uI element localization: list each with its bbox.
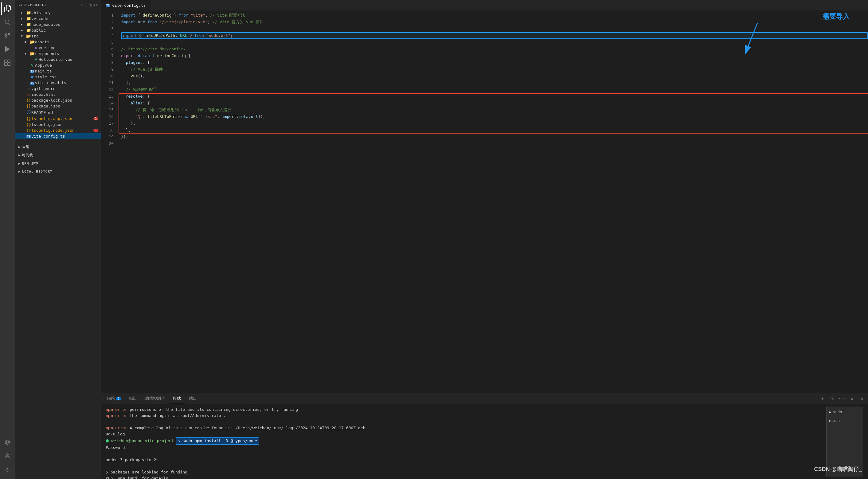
outline-arrow: ▶ — [19, 145, 21, 149]
svg-marker-6 — [5, 47, 9, 52]
tree-label-vite-env: vite-env.d.ts — [35, 81, 66, 85]
panel-tab-debug-console[interactable]: 调试控制台 — [141, 393, 168, 404]
more-actions-btn[interactable]: ··· — [838, 395, 846, 402]
source-control-activity-icon[interactable] — [1, 30, 13, 42]
timeline-section[interactable]: ▶ 时间线 — [15, 151, 101, 159]
tree-item-tsconfig-node[interactable]: {} tsconfig.node.json 1 — [15, 127, 101, 133]
tree-item-app-vue[interactable]: V App.vue — [15, 62, 101, 68]
spacer-app-vue — [25, 64, 30, 67]
file-icon-tsconfig-node: {} — [26, 128, 31, 133]
tree-item-helloworld[interactable]: V HelloWorld.vue — [15, 57, 101, 62]
npm-scripts-section[interactable]: ▶ NPM 脚本 — [15, 159, 101, 168]
tree-item-tsconfig-app[interactable]: {} tsconfig.app.json 1 — [15, 116, 101, 122]
accounts-activity-icon[interactable] — [1, 449, 13, 462]
terminal-item-zsh-label: zsh — [833, 418, 840, 424]
collapse-all-icon[interactable]: ⊟ — [94, 2, 97, 7]
spacer-package-lock — [21, 99, 26, 102]
new-file-icon[interactable]: + — [80, 2, 83, 7]
terminal-item-zsh[interactable]: ▶ zsh — [827, 416, 863, 425]
search-activity-icon[interactable] — [1, 16, 13, 28]
spacer-tsconfig-node — [21, 129, 26, 132]
terminal-panel: 问题 2 输出 调试控制台 终端 端口 + ⌥ ··· ∧ ✕ — [101, 393, 868, 479]
tree-item-assets[interactable]: ▼ 📂 assets — [15, 39, 101, 45]
outline-section[interactable]: ▶ 大纲 — [15, 143, 101, 151]
tab-vite-config[interactable]: TS vite.config.ts — [101, 0, 151, 11]
file-icon-helloworld: V — [33, 57, 39, 62]
svg-rect-8 — [8, 60, 10, 62]
activity-bar — [0, 0, 15, 479]
spacer-vue-svg — [28, 46, 33, 50]
tree-item-main-ts[interactable]: TS main.ts — [15, 68, 101, 74]
panel-tab-problems[interactable]: 问题 2 — [103, 393, 125, 404]
spacer-style-css — [25, 75, 30, 78]
term-line-6: weichen@bogon vite-project $ sudo npm in… — [106, 437, 823, 445]
spacer-tsconfig-app — [21, 117, 26, 120]
panel-tab-output[interactable]: 输出 — [125, 393, 141, 404]
explorer-icon[interactable] — [1, 2, 13, 15]
code-line-2: import vue from "@vitejs/plugin-vue"; //… — [121, 19, 868, 26]
file-icon-main-ts: TS — [30, 69, 35, 73]
code-line-20 — [121, 140, 868, 147]
close-panel-btn[interactable]: ✕ — [858, 395, 866, 402]
code-editor[interactable]: import { defineConfig } from "vite"; // … — [116, 11, 868, 393]
tree-item-public[interactable]: ▶ 📁 public — [15, 27, 101, 33]
spacer-vite-config — [21, 134, 26, 138]
tree-label-vue-svg: vue.svg — [39, 45, 56, 50]
refresh-icon[interactable]: ↻ — [89, 2, 92, 7]
tree-item-vscode[interactable]: ▶ 📁 .vscode — [15, 15, 101, 22]
tree-item-package-json[interactable]: {} package.json — [15, 103, 101, 109]
svg-point-3 — [5, 36, 6, 38]
code-line-10: vue(), — [121, 73, 868, 79]
tree-item-history[interactable]: ▶ 📁 .history — [15, 10, 101, 15]
line-numbers: 12345 678910 1112131415 1617181920 — [101, 11, 116, 393]
terminal-main[interactable]: npm error permissions of the file and it… — [106, 407, 823, 477]
tree-label-components: components — [35, 51, 59, 56]
tree-item-gitignore[interactable]: ◇ .gitignore — [15, 86, 101, 92]
tree-item-src[interactable]: ▼ 📂 src — [15, 33, 101, 39]
spacer-tsconfig — [21, 123, 26, 126]
tree-arrow-src: ▼ — [21, 34, 26, 38]
tree-item-vite-env[interactable]: TS vite-env.d.ts — [15, 80, 101, 86]
svg-point-2 — [5, 33, 6, 35]
spacer-main-ts — [25, 69, 30, 73]
extensions-activity-icon[interactable] — [1, 57, 13, 69]
terminal-item-sudo[interactable]: ▶ sudo — [827, 408, 863, 416]
tree-item-components[interactable]: ▼ 📂 components — [15, 51, 101, 57]
local-history-section[interactable]: ▶ LOCAL HISTORY — [15, 168, 101, 175]
term-line-1: npm error permissions of the file and it… — [106, 407, 823, 413]
term-line-11: 5 packages are looking for funding — [106, 469, 823, 475]
tree-label-package-json: package.json — [31, 104, 60, 108]
tree-item-node-modules[interactable]: ▶ 📁 node_modules — [15, 22, 101, 27]
file-icon-tsconfig: {} — [26, 122, 31, 127]
terminal-sidebar: ▶ sudo ▶ zsh — [826, 407, 863, 477]
tab-file-icon: TS — [106, 4, 110, 7]
panel-tab-output-label: 输出 — [129, 396, 137, 401]
local-history-label: LOCAL HISTORY — [22, 169, 53, 173]
tree-item-vite-config[interactable]: TS vite.config.ts — [15, 133, 101, 139]
tree-arrow-assets: ▼ — [25, 40, 30, 43]
remote-activity-icon[interactable] — [1, 436, 13, 448]
settings-activity-icon[interactable] — [1, 463, 13, 475]
tree-item-style-css[interactable]: # style.css — [15, 74, 101, 80]
sidebar: VITE-PROJECT + ⊡ ↻ ⊟ ▶ 📁 .history ▶ 📁 .v… — [15, 0, 101, 479]
panel-actions: + ⌥ ··· ∧ ✕ — [819, 395, 866, 402]
svg-point-0 — [5, 20, 9, 24]
tree-item-tsconfig[interactable]: {} tsconfig.json — [15, 122, 101, 127]
folder-icon-components: 📂 — [30, 51, 35, 56]
spacer-index-html — [21, 93, 26, 96]
file-icon-app-vue: V — [30, 63, 35, 68]
split-terminal-btn[interactable]: ⌥ — [829, 395, 836, 402]
tree-item-vue-svg[interactable]: ◈ vue.svg — [15, 45, 101, 51]
folder-icon-public: 📁 — [26, 28, 31, 33]
tree-item-index-html[interactable]: ◇ index.html — [15, 92, 101, 97]
panel-tab-ports[interactable]: 端口 — [185, 393, 200, 404]
maximize-panel-btn[interactable]: ∧ — [848, 395, 856, 402]
tree-item-readme[interactable]: ⓘ README.md — [15, 109, 101, 116]
code-line-3 — [121, 26, 868, 32]
panel-tab-terminal[interactable]: 终端 — [169, 393, 185, 404]
svg-point-4 — [8, 33, 10, 35]
tree-item-package-lock[interactable]: {} package-lock.json — [15, 97, 101, 103]
add-terminal-btn[interactable]: + — [819, 395, 826, 402]
run-debug-activity-icon[interactable] — [1, 43, 13, 55]
new-folder-icon[interactable]: ⊡ — [85, 2, 88, 7]
